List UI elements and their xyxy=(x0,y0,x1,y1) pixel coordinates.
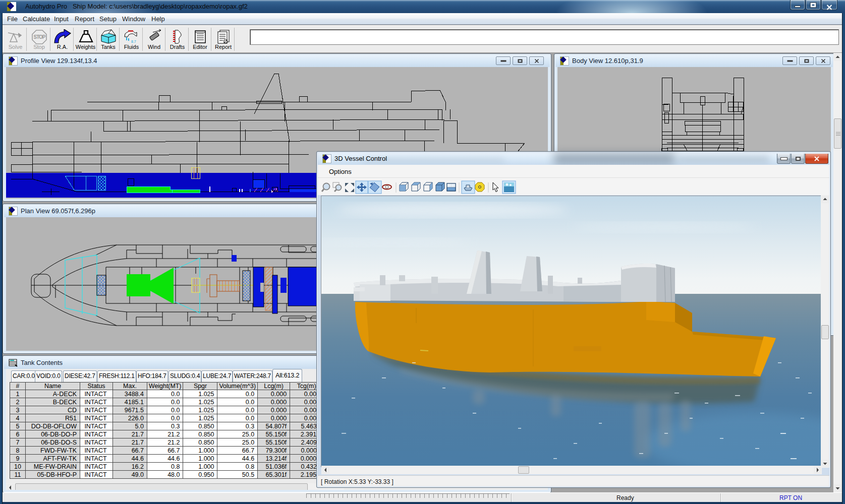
svg-text:8.7: 8.7 xyxy=(131,40,136,43)
svg-text:STOP: STOP xyxy=(33,34,45,40)
